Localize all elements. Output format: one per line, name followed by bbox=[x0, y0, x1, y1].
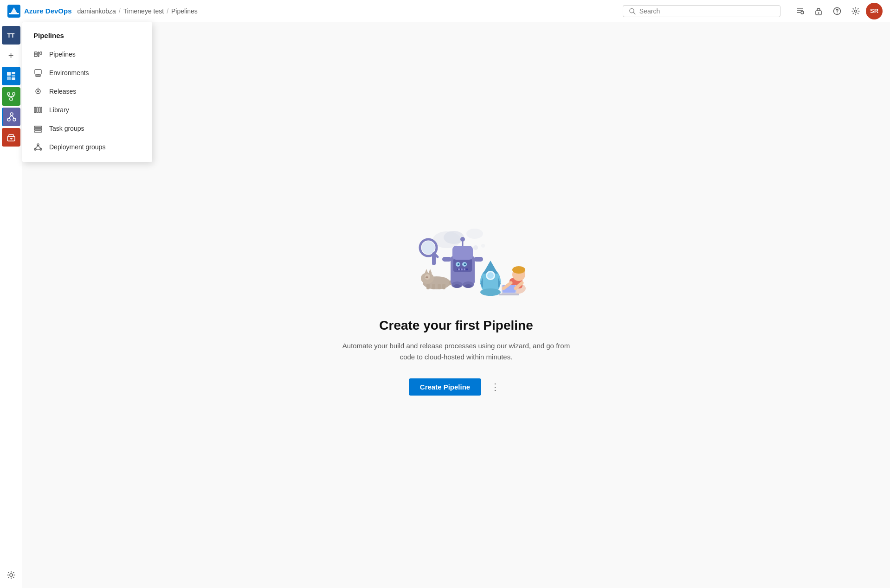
svg-point-61 bbox=[466, 229, 483, 239]
boards-icon bbox=[6, 71, 16, 81]
breadcrumb-org: damiankobza bbox=[77, 7, 116, 15]
svg-rect-50 bbox=[34, 126, 42, 128]
svg-point-107 bbox=[512, 266, 525, 274]
settings-icon-btn[interactable] bbox=[847, 3, 864, 19]
sidebar-settings-btn[interactable] bbox=[2, 566, 20, 584]
svg-point-62 bbox=[473, 245, 478, 250]
pipelines-menu-title: Pipelines bbox=[22, 28, 152, 45]
svg-rect-48 bbox=[39, 107, 40, 113]
deployment-groups-menu-icon bbox=[33, 142, 43, 152]
sidebar-pipelines-btn[interactable] bbox=[2, 108, 20, 126]
svg-point-95 bbox=[453, 284, 461, 288]
breadcrumb-sep-1: / bbox=[119, 7, 121, 15]
sidebar-repos-btn[interactable] bbox=[2, 87, 20, 106]
menu-item-task-groups[interactable]: Task groups bbox=[22, 119, 152, 138]
svg-point-7 bbox=[801, 11, 804, 14]
more-options-button[interactable]: ⋮ bbox=[487, 377, 503, 396]
svg-rect-13 bbox=[7, 72, 11, 76]
repos-icon bbox=[6, 91, 16, 102]
sidebar-org-btn[interactable]: TT bbox=[2, 26, 20, 45]
library-menu-icon bbox=[33, 105, 43, 115]
svg-point-26 bbox=[7, 118, 10, 121]
svg-marker-67 bbox=[428, 269, 432, 274]
svg-rect-15 bbox=[12, 75, 15, 77]
pipelines-dropdown-menu: Pipelines Pipelines bbox=[22, 22, 152, 162]
sidebar-boards-btn[interactable] bbox=[2, 67, 20, 85]
svg-rect-18 bbox=[7, 93, 10, 95]
menu-item-environments[interactable]: Environments bbox=[22, 64, 152, 82]
help-icon-btn[interactable] bbox=[829, 3, 845, 19]
svg-rect-35 bbox=[34, 52, 37, 57]
svg-line-57 bbox=[38, 146, 41, 148]
nav-icons: SR bbox=[792, 3, 883, 19]
svg-point-91 bbox=[422, 241, 435, 254]
pipelines-icon bbox=[6, 112, 17, 122]
svg-marker-66 bbox=[425, 269, 428, 274]
svg-line-56 bbox=[35, 146, 38, 148]
azure-devops-logo bbox=[7, 5, 20, 18]
settings-icon bbox=[851, 7, 860, 15]
svg-point-63 bbox=[481, 244, 485, 248]
checklist-icon bbox=[796, 7, 804, 15]
menu-item-library-label: Library bbox=[49, 106, 69, 114]
svg-point-96 bbox=[464, 284, 472, 288]
svg-rect-17 bbox=[12, 77, 15, 80]
svg-point-53 bbox=[37, 144, 39, 146]
lock-icon-btn[interactable] bbox=[810, 3, 827, 19]
svg-rect-16 bbox=[7, 77, 11, 80]
svg-rect-52 bbox=[34, 131, 42, 132]
sidebar-new-btn[interactable]: + bbox=[2, 46, 20, 65]
svg-rect-71 bbox=[438, 284, 441, 289]
search-icon bbox=[629, 7, 636, 15]
menu-item-pipelines-label: Pipelines bbox=[49, 51, 76, 58]
svg-rect-46 bbox=[34, 107, 36, 113]
content-area: Create your first Pipeline Automate your… bbox=[22, 22, 890, 588]
svg-rect-49 bbox=[41, 107, 42, 113]
svg-rect-84 bbox=[452, 246, 473, 260]
search-box[interactable] bbox=[623, 5, 780, 17]
svg-point-60 bbox=[444, 231, 464, 244]
svg-line-3 bbox=[633, 12, 635, 14]
svg-rect-36 bbox=[38, 52, 39, 57]
svg-rect-81 bbox=[458, 268, 460, 270]
svg-rect-72 bbox=[442, 284, 445, 289]
breadcrumb: damiankobza / Timeneye test / Pipelines bbox=[77, 7, 198, 15]
help-icon bbox=[833, 7, 841, 15]
task-groups-menu-icon bbox=[33, 124, 43, 133]
sidebar-icons: TT + bbox=[0, 22, 22, 588]
menu-item-deployment-groups[interactable]: Deployment groups bbox=[22, 138, 152, 156]
empty-state-title: Create your first Pipeline bbox=[379, 318, 533, 333]
empty-state-actions: Create Pipeline ⋮ bbox=[409, 377, 503, 396]
checklist-icon-btn[interactable] bbox=[792, 3, 808, 19]
svg-point-12 bbox=[855, 10, 857, 12]
svg-rect-83 bbox=[464, 268, 465, 270]
menu-item-library[interactable]: Library bbox=[22, 101, 152, 119]
main-layout: TT + bbox=[0, 22, 890, 588]
gear-icon bbox=[6, 570, 16, 580]
sidebar-artifacts-btn[interactable] bbox=[2, 128, 20, 147]
menu-item-deployment-groups-label: Deployment groups bbox=[49, 143, 105, 151]
menu-item-releases[interactable]: Releases bbox=[22, 82, 152, 101]
search-input[interactable] bbox=[639, 7, 774, 15]
svg-rect-40 bbox=[35, 70, 41, 74]
menu-item-pipelines[interactable]: Pipelines bbox=[22, 45, 152, 64]
svg-point-86 bbox=[460, 237, 465, 242]
svg-rect-70 bbox=[432, 284, 435, 289]
pipelines-menu-icon bbox=[33, 50, 43, 59]
avatar[interactable]: SR bbox=[866, 3, 883, 19]
svg-point-34 bbox=[10, 574, 13, 576]
svg-rect-19 bbox=[13, 93, 15, 95]
top-navigation: Azure DevOps damiankobza / Timeneye test… bbox=[0, 0, 890, 22]
svg-point-25 bbox=[10, 113, 13, 115]
svg-line-29 bbox=[12, 115, 14, 118]
breadcrumb-sep-2: / bbox=[167, 7, 168, 15]
svg-rect-47 bbox=[37, 107, 38, 113]
svg-rect-1 bbox=[9, 13, 19, 14]
environments-menu-icon bbox=[33, 68, 43, 77]
svg-rect-82 bbox=[461, 268, 463, 270]
svg-point-44 bbox=[37, 90, 39, 92]
brand-link[interactable]: Azure DevOps bbox=[7, 5, 72, 18]
svg-rect-14 bbox=[12, 72, 15, 74]
menu-item-releases-label: Releases bbox=[49, 88, 76, 95]
create-pipeline-button[interactable]: Create Pipeline bbox=[409, 378, 481, 396]
